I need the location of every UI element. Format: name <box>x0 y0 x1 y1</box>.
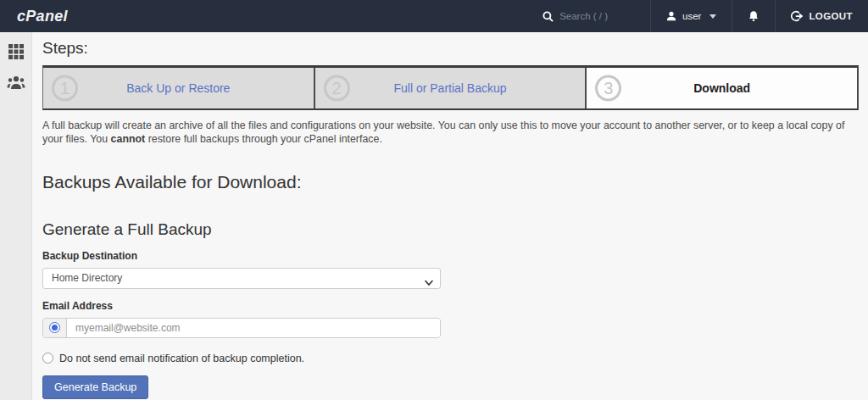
step-download: 3 Download <box>587 68 857 108</box>
step-label: Full or Partial Backup <box>393 81 506 95</box>
cpanel-logo: cPanel <box>17 8 68 25</box>
step-number-circle: 3 <box>595 75 621 102</box>
backup-destination-label: Backup Destination <box>42 250 859 262</box>
logout-icon <box>791 10 803 22</box>
bell-icon <box>748 10 760 22</box>
left-sidebar <box>0 32 32 400</box>
email-address-label: Email Address <box>42 300 859 312</box>
no-email-notification-radio[interactable] <box>42 353 53 364</box>
step-full-or-partial-backup[interactable]: 2 Full or Partial Backup <box>315 68 587 108</box>
search-icon <box>542 11 554 22</box>
no-email-option-label: Do not send email notification of backup… <box>59 353 304 364</box>
search-box[interactable]: Search ( / ) <box>527 0 650 32</box>
email-field-group <box>42 318 441 338</box>
user-icon <box>666 11 676 21</box>
step-label: Download <box>693 81 750 95</box>
top-navbar: cPanel Search ( / ) user <box>0 0 868 32</box>
logout-label: LOGOUT <box>809 11 853 21</box>
description-bold: cannot <box>111 133 146 145</box>
backup-destination-select[interactable]: Home Directory <box>42 268 441 289</box>
backup-destination-field: Home Directory <box>42 268 441 289</box>
notifications-button[interactable] <box>732 0 775 32</box>
email-input[interactable] <box>67 319 440 337</box>
email-radio-addon <box>43 319 67 337</box>
logout-button[interactable]: LOGOUT <box>776 0 868 32</box>
email-notification-radio[interactable] <box>49 322 60 333</box>
step-label: Back Up or Restore <box>126 81 230 95</box>
main-content: Steps: 1 Back Up or Restore 2 Full or Pa… <box>33 32 868 400</box>
chevron-down-icon <box>709 14 716 19</box>
steps-bar: 1 Back Up or Restore 2 Full or Partial B… <box>42 65 859 110</box>
backups-available-heading: Backups Available for Download: <box>42 172 859 192</box>
navbar-right: Search ( / ) user <box>527 0 868 32</box>
description-text: restore full backups through your cPanel… <box>145 133 382 145</box>
search-placeholder: Search ( / ) <box>559 11 608 21</box>
step-back-up-or-restore[interactable]: 1 Back Up or Restore <box>43 68 315 108</box>
user-menu[interactable]: user <box>651 0 732 32</box>
backup-description: A full backup will create an archive of … <box>42 119 859 147</box>
generate-full-backup-heading: Generate a Full Backup <box>42 220 859 239</box>
no-email-option-row: Do not send email notification of backup… <box>42 353 859 364</box>
step-number-circle: 2 <box>324 75 350 102</box>
apps-grid-icon[interactable] <box>8 43 25 60</box>
generate-backup-button[interactable]: Generate Backup <box>42 375 148 399</box>
steps-heading: Steps: <box>42 39 859 58</box>
step-number-circle: 1 <box>52 75 78 102</box>
user-name: user <box>682 11 701 21</box>
users-group-icon[interactable] <box>7 75 25 90</box>
